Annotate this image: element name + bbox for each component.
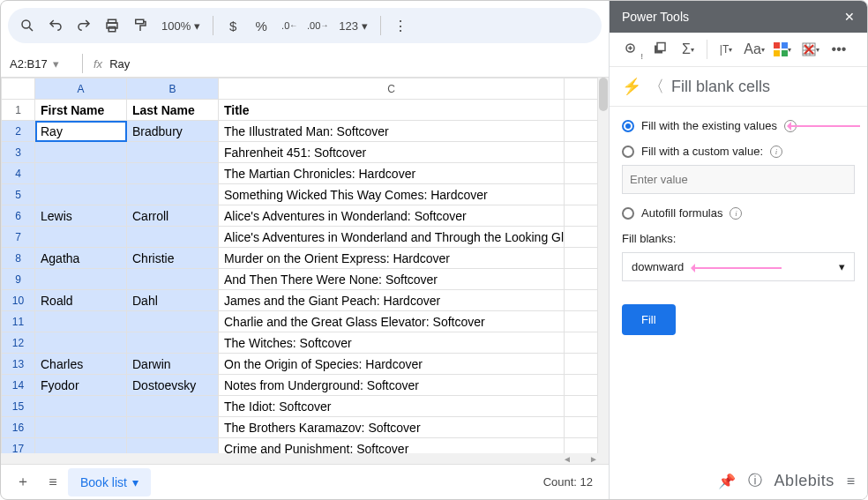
row-header[interactable]: 11 bbox=[2, 311, 35, 332]
cell[interactable]: On the Origin of Species: Hardcover bbox=[219, 354, 565, 375]
cell[interactable] bbox=[127, 163, 219, 184]
paint-format-icon[interactable] bbox=[128, 13, 153, 38]
cell[interactable] bbox=[127, 269, 219, 290]
cell[interactable]: Title bbox=[219, 100, 565, 121]
cell[interactable]: James and the Giant Peach: Hardcover bbox=[219, 290, 565, 311]
menu-icon[interactable]: ≡ bbox=[847, 474, 855, 489]
cell[interactable] bbox=[127, 184, 219, 205]
fill-button[interactable]: Fill bbox=[622, 304, 676, 335]
horizontal-scrollbar[interactable]: ◄► bbox=[1, 453, 609, 464]
format-number-select[interactable]: 123 ▾ bbox=[333, 19, 373, 33]
row-header[interactable]: 9 bbox=[2, 269, 35, 290]
cell[interactable]: And Then There Were None: Softcover bbox=[219, 269, 565, 290]
cell[interactable]: Darwin bbox=[127, 354, 219, 375]
sheet-tab-active[interactable]: Book list ▾ bbox=[68, 468, 151, 496]
row-header[interactable]: 12 bbox=[2, 332, 35, 354]
row-header[interactable]: 15 bbox=[2, 396, 35, 417]
cell[interactable]: Charlie and the Great Glass Elevator: So… bbox=[219, 311, 565, 332]
more-icon[interactable]: ⋮ bbox=[388, 13, 413, 38]
sigma-icon[interactable]: Σ▾ bbox=[677, 38, 700, 61]
cell[interactable]: Charles bbox=[35, 354, 127, 375]
cell[interactable]: The Brothers Karamazov: Softcover bbox=[219, 417, 565, 438]
radio-existing-values[interactable] bbox=[622, 120, 634, 132]
more-tools-icon[interactable]: ••• bbox=[827, 38, 850, 61]
cell[interactable]: The Illustrated Man: Softcover bbox=[219, 121, 565, 142]
spreadsheet-grid[interactable]: A B C 1First NameLast NameTitle2RayBradb… bbox=[1, 78, 598, 453]
info-icon[interactable]: i bbox=[770, 146, 782, 158]
row-header[interactable]: 3 bbox=[2, 142, 35, 163]
direction-select[interactable]: downward ▾ bbox=[622, 252, 855, 281]
cell[interactable] bbox=[127, 417, 219, 438]
cell[interactable]: The Martian Chronicles: Hardcover bbox=[219, 163, 565, 184]
cell[interactable]: Last Name bbox=[127, 100, 219, 121]
zoom-select[interactable]: 100% ▾ bbox=[156, 19, 206, 33]
cell[interactable] bbox=[35, 142, 127, 163]
row-header[interactable]: 7 bbox=[2, 227, 35, 248]
row-header[interactable]: 16 bbox=[2, 417, 35, 438]
row-header[interactable]: 2 bbox=[2, 121, 35, 142]
cell[interactable]: Christie bbox=[127, 248, 219, 269]
cell[interactable]: Ray bbox=[35, 121, 127, 142]
undo-icon[interactable] bbox=[43, 13, 68, 38]
cell[interactable]: Agatha bbox=[35, 248, 127, 269]
cell[interactable] bbox=[127, 438, 219, 454]
split-icon[interactable]: ▾ bbox=[771, 38, 794, 61]
col-header-a[interactable]: A bbox=[35, 78, 127, 100]
redo-icon[interactable] bbox=[71, 13, 96, 38]
dedupe-icon[interactable] bbox=[648, 38, 671, 61]
row-header[interactable]: 4 bbox=[2, 163, 35, 184]
row-header[interactable]: 8 bbox=[2, 248, 35, 269]
cell[interactable] bbox=[127, 311, 219, 332]
smart-toolbar-icon[interactable]: ! bbox=[620, 38, 643, 61]
cell[interactable]: Alice's Adventures in Wonderland: Softco… bbox=[219, 205, 565, 227]
cell[interactable] bbox=[35, 227, 127, 248]
col-header-c[interactable]: C bbox=[219, 78, 565, 100]
cell[interactable]: Notes from Underground: Softcover bbox=[219, 375, 565, 396]
cell[interactable]: Crime and Punishment: Softcover bbox=[219, 438, 565, 454]
decrease-decimal-icon[interactable]: .0← bbox=[277, 13, 302, 38]
cell[interactable]: Something Wicked This Way Comes: Hardcov… bbox=[219, 184, 565, 205]
all-sheets-button[interactable]: ≡ bbox=[38, 469, 68, 496]
cell[interactable]: Fyodor bbox=[35, 375, 127, 396]
radio-custom-value[interactable] bbox=[622, 146, 634, 158]
pin-icon[interactable]: 📌 bbox=[718, 473, 736, 489]
back-icon[interactable]: 〈 bbox=[648, 76, 664, 97]
cell[interactable] bbox=[35, 184, 127, 205]
row-header[interactable]: 17 bbox=[2, 438, 35, 454]
cell[interactable] bbox=[127, 396, 219, 417]
radio-autofill-formulas[interactable] bbox=[622, 207, 634, 220]
text-tools-icon[interactable]: |T▾ bbox=[715, 38, 737, 61]
search-icon[interactable] bbox=[15, 13, 40, 38]
cell[interactable] bbox=[35, 417, 127, 438]
cell[interactable] bbox=[35, 269, 127, 290]
custom-value-input[interactable] bbox=[622, 165, 855, 194]
cell[interactable]: The Witches: Softcover bbox=[219, 332, 565, 354]
clear-icon[interactable]: ▾ bbox=[799, 38, 822, 61]
cell[interactable]: Fahrenheit 451: Softcover bbox=[219, 142, 565, 163]
cell[interactable]: The Idiot: Softcover bbox=[219, 396, 565, 417]
name-box[interactable]: A2:B17 ▾ bbox=[10, 57, 71, 71]
cell[interactable]: First Name bbox=[35, 100, 127, 121]
cell[interactable]: Dahl bbox=[127, 290, 219, 311]
cell[interactable]: Roald bbox=[35, 290, 127, 311]
cell[interactable] bbox=[35, 396, 127, 417]
row-header[interactable]: 1 bbox=[2, 100, 35, 121]
cell[interactable] bbox=[35, 163, 127, 184]
cell[interactable]: Carroll bbox=[127, 205, 219, 227]
row-header[interactable]: 14 bbox=[2, 375, 35, 396]
cell[interactable] bbox=[127, 142, 219, 163]
case-icon[interactable]: Aa▾ bbox=[743, 38, 766, 61]
vertical-scrollbar[interactable] bbox=[598, 78, 609, 453]
increase-decimal-icon[interactable]: .00→ bbox=[305, 13, 330, 38]
cell[interactable]: Dostoevsky bbox=[127, 375, 219, 396]
cell[interactable]: Murder on the Orient Express: Hardcover bbox=[219, 248, 565, 269]
cell[interactable] bbox=[35, 332, 127, 354]
col-header-b[interactable]: B bbox=[127, 78, 219, 100]
row-header[interactable]: 13 bbox=[2, 354, 35, 375]
close-icon[interactable]: ✕ bbox=[844, 10, 855, 24]
cell[interactable]: Lewis bbox=[35, 205, 127, 227]
info-icon[interactable]: i bbox=[730, 207, 742, 220]
cell[interactable]: Bradbury bbox=[127, 121, 219, 142]
percent-icon[interactable]: % bbox=[249, 13, 273, 38]
add-sheet-button[interactable]: ＋ bbox=[8, 469, 38, 496]
